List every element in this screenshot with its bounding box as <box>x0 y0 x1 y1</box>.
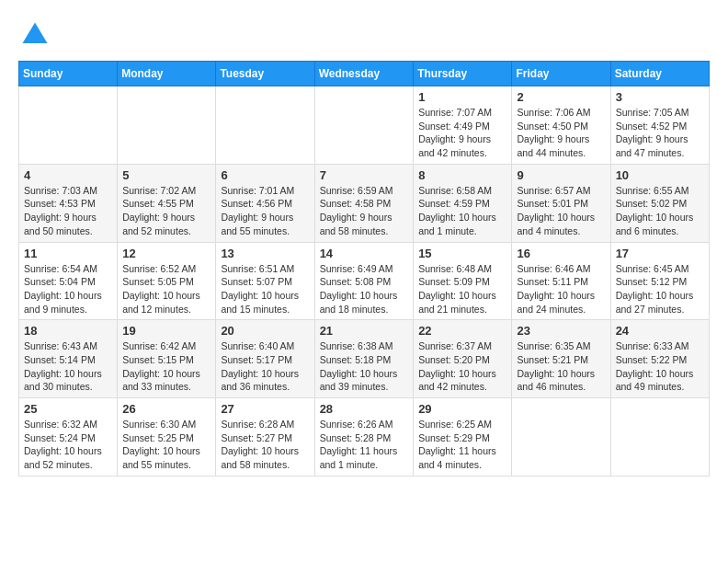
day-number: 25 <box>24 402 112 416</box>
day-number: 3 <box>616 90 704 104</box>
day-info: Sunrise: 6:35 AM Sunset: 5:21 PM Dayligh… <box>517 339 605 394</box>
calendar-week-row: 18Sunrise: 6:43 AM Sunset: 5:14 PM Dayli… <box>19 320 710 398</box>
column-header-tuesday: Tuesday <box>216 62 314 86</box>
column-header-monday: Monday <box>118 62 216 86</box>
column-header-saturday: Saturday <box>610 62 709 86</box>
day-info: Sunrise: 6:38 AM Sunset: 5:18 PM Dayligh… <box>320 339 409 394</box>
calendar-cell: 28Sunrise: 6:26 AM Sunset: 5:28 PM Dayli… <box>314 398 414 477</box>
day-number: 5 <box>122 168 210 182</box>
calendar-cell: 6Sunrise: 7:01 AM Sunset: 4:56 PM Daylig… <box>216 164 314 242</box>
day-info: Sunrise: 6:48 AM Sunset: 5:09 PM Dayligh… <box>418 262 506 316</box>
day-number: 20 <box>221 324 309 338</box>
day-number: 23 <box>517 324 605 338</box>
day-number: 10 <box>616 168 704 182</box>
calendar-cell <box>512 398 610 477</box>
day-number: 16 <box>517 247 605 260</box>
day-number: 17 <box>616 247 704 260</box>
day-info: Sunrise: 6:40 AM Sunset: 5:17 PM Dayligh… <box>221 339 309 394</box>
calendar-header-row: SundayMondayTuesdayWednesdayThursdayFrid… <box>19 62 710 86</box>
calendar-cell: 29Sunrise: 6:25 AM Sunset: 5:29 PM Dayli… <box>414 398 512 477</box>
calendar-cell <box>610 398 709 477</box>
day-info: Sunrise: 6:42 AM Sunset: 5:15 PM Dayligh… <box>122 339 210 394</box>
day-number: 21 <box>320 324 409 338</box>
day-info: Sunrise: 6:58 AM Sunset: 4:59 PM Dayligh… <box>418 184 506 238</box>
day-info: Sunrise: 7:02 AM Sunset: 4:55 PM Dayligh… <box>122 184 210 238</box>
calendar-cell: 4Sunrise: 7:03 AM Sunset: 4:53 PM Daylig… <box>19 164 118 242</box>
logo-icon <box>18 18 51 52</box>
calendar-cell: 27Sunrise: 6:28 AM Sunset: 5:27 PM Dayli… <box>216 398 314 477</box>
day-info: Sunrise: 6:33 AM Sunset: 5:22 PM Dayligh… <box>616 339 704 394</box>
calendar-cell: 24Sunrise: 6:33 AM Sunset: 5:22 PM Dayli… <box>610 320 709 398</box>
day-info: Sunrise: 6:32 AM Sunset: 5:24 PM Dayligh… <box>24 418 112 472</box>
calendar-cell <box>19 86 118 165</box>
calendar-cell: 12Sunrise: 6:52 AM Sunset: 5:05 PM Dayli… <box>118 242 216 320</box>
day-number: 1 <box>418 90 506 104</box>
day-info: Sunrise: 7:07 AM Sunset: 4:49 PM Dayligh… <box>418 106 506 160</box>
calendar-cell: 19Sunrise: 6:42 AM Sunset: 5:15 PM Dayli… <box>118 320 216 398</box>
calendar-week-row: 1Sunrise: 7:07 AM Sunset: 4:49 PM Daylig… <box>19 86 710 165</box>
day-info: Sunrise: 6:43 AM Sunset: 5:14 PM Dayligh… <box>24 339 112 394</box>
calendar-week-row: 4Sunrise: 7:03 AM Sunset: 4:53 PM Daylig… <box>19 164 710 242</box>
day-number: 11 <box>24 247 112 260</box>
day-info: Sunrise: 6:46 AM Sunset: 5:11 PM Dayligh… <box>517 262 605 316</box>
day-number: 18 <box>24 324 112 338</box>
day-info: Sunrise: 6:52 AM Sunset: 5:05 PM Dayligh… <box>122 262 210 316</box>
day-info: Sunrise: 6:59 AM Sunset: 4:58 PM Dayligh… <box>320 184 409 238</box>
calendar-cell: 9Sunrise: 6:57 AM Sunset: 5:01 PM Daylig… <box>512 164 610 242</box>
day-number: 6 <box>221 168 309 182</box>
calendar-cell: 3Sunrise: 7:05 AM Sunset: 4:52 PM Daylig… <box>610 86 709 165</box>
calendar-cell <box>118 86 216 165</box>
calendar-cell: 2Sunrise: 7:06 AM Sunset: 4:50 PM Daylig… <box>512 86 610 165</box>
day-info: Sunrise: 6:51 AM Sunset: 5:07 PM Dayligh… <box>221 262 309 316</box>
day-info: Sunrise: 6:37 AM Sunset: 5:20 PM Dayligh… <box>418 339 506 394</box>
calendar-cell: 20Sunrise: 6:40 AM Sunset: 5:17 PM Dayli… <box>216 320 314 398</box>
day-number: 14 <box>320 247 409 260</box>
day-info: Sunrise: 7:01 AM Sunset: 4:56 PM Dayligh… <box>221 184 309 238</box>
day-number: 29 <box>418 402 506 416</box>
calendar-cell: 15Sunrise: 6:48 AM Sunset: 5:09 PM Dayli… <box>414 242 512 320</box>
day-info: Sunrise: 7:05 AM Sunset: 4:52 PM Dayligh… <box>616 106 704 160</box>
day-info: Sunrise: 7:06 AM Sunset: 4:50 PM Dayligh… <box>517 106 605 160</box>
day-info: Sunrise: 6:26 AM Sunset: 5:28 PM Dayligh… <box>320 418 409 472</box>
calendar-cell: 17Sunrise: 6:45 AM Sunset: 5:12 PM Dayli… <box>610 242 709 320</box>
day-number: 12 <box>122 247 210 260</box>
day-info: Sunrise: 7:03 AM Sunset: 4:53 PM Dayligh… <box>24 184 112 238</box>
calendar-cell: 5Sunrise: 7:02 AM Sunset: 4:55 PM Daylig… <box>118 164 216 242</box>
day-info: Sunrise: 6:45 AM Sunset: 5:12 PM Dayligh… <box>616 262 704 316</box>
calendar-table: SundayMondayTuesdayWednesdayThursdayFrid… <box>18 61 710 477</box>
calendar-cell: 7Sunrise: 6:59 AM Sunset: 4:58 PM Daylig… <box>314 164 414 242</box>
day-number: 26 <box>122 402 210 416</box>
day-number: 27 <box>221 402 309 416</box>
calendar-cell: 13Sunrise: 6:51 AM Sunset: 5:07 PM Dayli… <box>216 242 314 320</box>
day-number: 13 <box>221 247 309 260</box>
column-header-friday: Friday <box>512 62 610 86</box>
day-info: Sunrise: 6:49 AM Sunset: 5:08 PM Dayligh… <box>320 262 409 316</box>
page-header <box>18 18 710 52</box>
calendar-week-row: 25Sunrise: 6:32 AM Sunset: 5:24 PM Dayli… <box>19 398 710 477</box>
day-number: 22 <box>418 324 506 338</box>
column-header-sunday: Sunday <box>19 62 118 86</box>
calendar-cell: 1Sunrise: 7:07 AM Sunset: 4:49 PM Daylig… <box>414 86 512 165</box>
day-number: 4 <box>24 168 112 182</box>
calendar-cell: 16Sunrise: 6:46 AM Sunset: 5:11 PM Dayli… <box>512 242 610 320</box>
calendar-cell: 14Sunrise: 6:49 AM Sunset: 5:08 PM Dayli… <box>314 242 414 320</box>
day-info: Sunrise: 6:28 AM Sunset: 5:27 PM Dayligh… <box>221 418 309 472</box>
day-number: 28 <box>320 402 409 416</box>
day-number: 19 <box>122 324 210 338</box>
calendar-cell <box>216 86 314 165</box>
calendar-cell: 25Sunrise: 6:32 AM Sunset: 5:24 PM Dayli… <box>19 398 118 477</box>
day-number: 9 <box>517 168 605 182</box>
calendar-cell: 22Sunrise: 6:37 AM Sunset: 5:20 PM Dayli… <box>414 320 512 398</box>
column-header-thursday: Thursday <box>414 62 512 86</box>
day-number: 24 <box>616 324 704 338</box>
column-header-wednesday: Wednesday <box>314 62 414 86</box>
day-info: Sunrise: 6:55 AM Sunset: 5:02 PM Dayligh… <box>616 184 704 238</box>
day-number: 7 <box>320 168 409 182</box>
logo <box>18 18 55 52</box>
calendar-cell: 10Sunrise: 6:55 AM Sunset: 5:02 PM Dayli… <box>610 164 709 242</box>
day-number: 8 <box>418 168 506 182</box>
day-info: Sunrise: 6:25 AM Sunset: 5:29 PM Dayligh… <box>418 418 506 472</box>
day-number: 15 <box>418 247 506 260</box>
calendar-cell: 21Sunrise: 6:38 AM Sunset: 5:18 PM Dayli… <box>314 320 414 398</box>
day-info: Sunrise: 6:54 AM Sunset: 5:04 PM Dayligh… <box>24 262 112 316</box>
